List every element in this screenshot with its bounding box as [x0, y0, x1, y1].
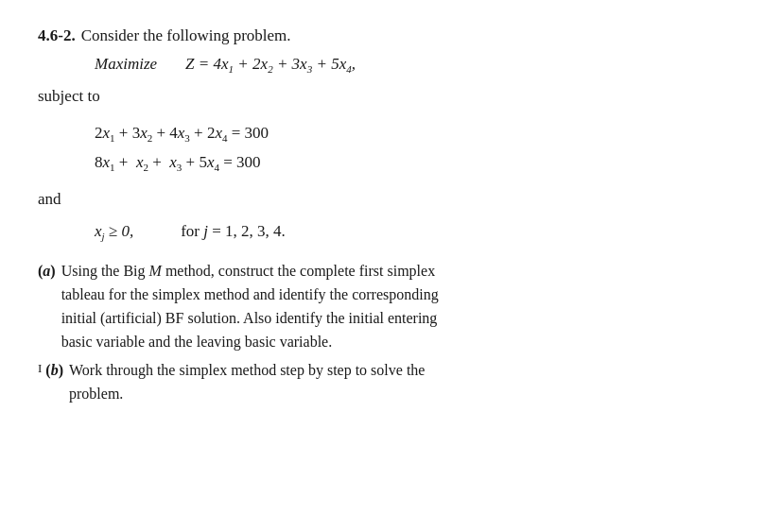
problem-container: 4.6-2. Consider the following problem. M…	[38, 26, 727, 406]
problem-intro: Consider the following problem.	[81, 26, 291, 45]
constraint-2: 8x1 + x2 + x3 + 5x4 = 300	[95, 148, 727, 178]
part-b-prefix: I	[38, 359, 42, 406]
nonnegativity-constraint: xj ≥ 0,	[95, 222, 133, 241]
parts-block: (a) Using the Big M method, construct th…	[38, 260, 727, 406]
part-a: (a) Using the Big M method, construct th…	[38, 260, 727, 353]
maximize-label: Maximize	[95, 55, 157, 74]
part-b: I (b) Work through the simplex method st…	[38, 359, 727, 406]
subject-to: subject to	[38, 87, 727, 106]
part-b-label: (b)	[45, 359, 63, 406]
constraints-block: 2x1 + 3x2 + 4x3 + 2x4 = 300 8x1 + x2 + x…	[95, 119, 727, 177]
objective-function: Z = 4x1 + 2x2 + 3x3 + 5x4,	[185, 55, 356, 74]
part-b-text: Work through the simplex method step by …	[69, 359, 425, 406]
maximize-row: Maximize Z = 4x1 + 2x2 + 3x3 + 5x4,	[95, 55, 727, 74]
for-j-text: for j = 1, 2, 3, 4.	[181, 222, 286, 241]
part-a-text: Using the Big M method, construct the co…	[61, 260, 439, 353]
and-line: and	[38, 190, 727, 209]
problem-number: 4.6-2.	[38, 26, 76, 45]
problem-header: 4.6-2. Consider the following problem.	[38, 26, 727, 45]
nonnegativity-block: xj ≥ 0, for j = 1, 2, 3, 4.	[95, 222, 727, 241]
constraint-1: 2x1 + 3x2 + 4x3 + 2x4 = 300	[95, 119, 727, 148]
part-a-label: (a)	[38, 260, 56, 353]
